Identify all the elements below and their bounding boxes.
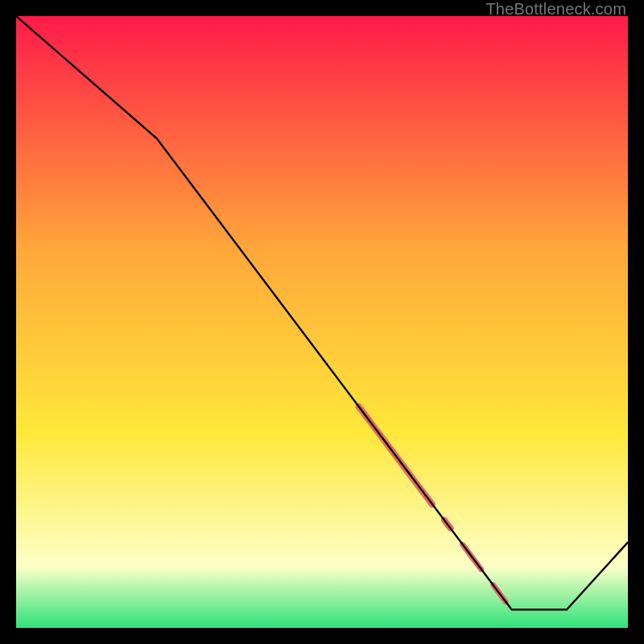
chart-frame: TheBottleneck.com <box>0 0 644 644</box>
gradient-background <box>16 16 628 628</box>
chart-svg <box>16 16 628 628</box>
watermark-text: TheBottleneck.com <box>485 0 626 19</box>
plot-area <box>16 16 628 628</box>
